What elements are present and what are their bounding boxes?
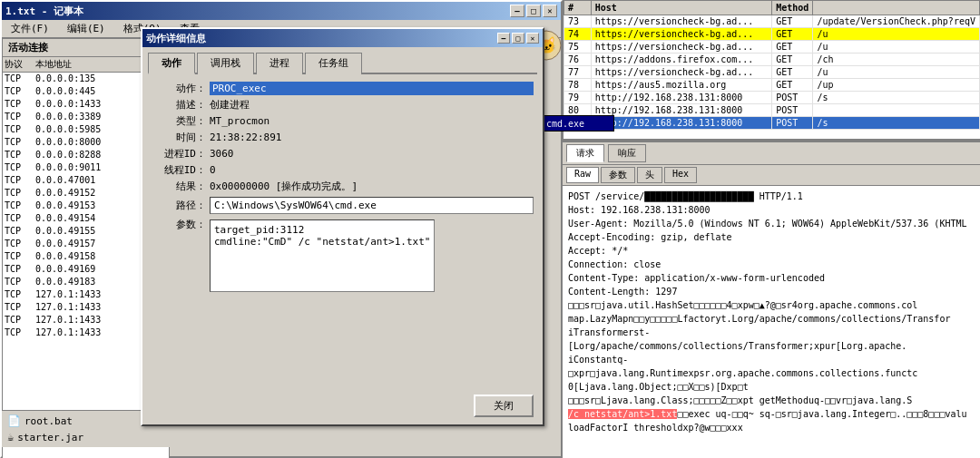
detail-content-line: Accept-Encoding: gzip, deflate <box>568 230 975 244</box>
detail-content-line: Accept: */* <box>568 244 975 258</box>
conn-proto: TCP <box>5 85 32 98</box>
traffic-row-method: POST <box>772 92 813 104</box>
conn-proto: TCP <box>5 200 32 212</box>
traffic-row[interactable]: 76 https://addons.firefox.com... GET /ch <box>564 54 980 66</box>
field-type: 类型： MT_procmon <box>152 114 534 128</box>
detail-content-line: iTransformerst-[Lorg/apache/commons/coll… <box>568 326 975 353</box>
traffic-row-num: 77 <box>564 66 592 79</box>
conn-proto: TCP <box>5 187 32 200</box>
detail-content-line: map.LazyMapn□□y□□□□□Lfactoryt.Lorg/apach… <box>568 312 975 326</box>
traffic-row-host: https://addons.firefox.com... <box>591 54 772 66</box>
highlight-netstat: /c netstat/ant>1.txt <box>568 409 677 419</box>
traffic-row[interactable]: 75 https://versioncheck-bg.ad... GET /u <box>564 41 980 54</box>
field-pid: 进程ID： 3060 <box>152 147 534 161</box>
file-name-1: root.bat <box>24 415 73 427</box>
traffic-row-method: POST <box>772 104 813 117</box>
traffic-row[interactable]: 77 https://versioncheck-bg.ad... GET /u <box>564 66 980 79</box>
traffic-row-method: GET <box>772 15 813 28</box>
traffic-row[interactable]: 81 http://192.168.238.131:8000 POST /s <box>564 117 980 130</box>
traffic-row-method: POST <box>772 117 813 130</box>
detail-tab-response[interactable]: 响应 <box>608 144 646 162</box>
conn-proto: TCP <box>5 288 32 301</box>
traffic-row-num: 73 <box>564 15 592 28</box>
detail-content-line: □□□sr□Ljava.lang.Class;□□□□□Z□□xpt getMe… <box>568 394 975 407</box>
notepad-close-btn[interactable]: ✕ <box>543 5 557 17</box>
path-label: 路径： <box>152 199 206 212</box>
tab-process[interactable]: 进程 <box>256 53 303 74</box>
traffic-row[interactable]: 73 https://versioncheck-bg.ad... GET /up… <box>564 15 980 28</box>
field-tid: 线程ID： 0 <box>152 163 534 177</box>
conn-proto: TCP <box>5 276 32 288</box>
subtab-headers[interactable]: 头 <box>637 167 662 183</box>
traffic-row-path: /u <box>813 66 980 79</box>
tab-action[interactable]: 动作 <box>148 53 195 74</box>
params-line-2: cmdline:"CmD" /c "netstat/ant>1.txt" <box>214 236 430 248</box>
col-protocol: 协议 <box>5 58 32 71</box>
traffic-row-path: /up <box>813 79 980 92</box>
time-value: 21:38:22:891 <box>210 132 534 143</box>
tab-taskgroup[interactable]: 任务组 <box>305 53 362 74</box>
traffic-row-path: /u <box>813 28 980 41</box>
subtab-raw[interactable]: Raw <box>566 167 599 183</box>
traffic-row-host: http://192.168.238.131:8000 <box>591 117 772 130</box>
traffic-row[interactable]: 78 https://aus5.mozilla.org GET /up <box>564 79 980 92</box>
traffic-row-num: 74 <box>564 28 592 41</box>
params-value: target_pid:3112 cmdline:"CmD" /c "netsta… <box>210 219 435 292</box>
traffic-row-method: GET <box>772 54 813 66</box>
traffic-table-container: # Host Method 73 https://versioncheck-bg… <box>564 0 980 141</box>
traffic-row-num: 75 <box>564 41 592 54</box>
result-label: 结果： <box>152 180 206 193</box>
menu-file[interactable]: 文件(F) <box>5 20 54 37</box>
conn-proto: TCP <box>5 174 32 187</box>
notepad-minimize-btn[interactable]: — <box>510 5 524 17</box>
detail-content-line: Content-Type: application/x-www-form-url… <box>568 271 975 285</box>
tab-callstack[interactable]: 调用栈 <box>197 53 254 74</box>
detail-content-line: iConstantq-□xpr□java.lang.Runtimexpsr.or… <box>568 353 975 380</box>
traffic-row[interactable]: 74 https://versioncheck-bg.ad... GET /u <box>564 28 980 41</box>
traffic-row[interactable]: 80 http://192.168.238.131:8000 POST <box>564 104 980 117</box>
notepad-maximize-btn[interactable]: □ <box>526 5 541 17</box>
traffic-row-method: GET <box>772 28 813 41</box>
conn-proto: TCP <box>5 161 32 174</box>
file-name-2: starter.jar <box>17 432 83 443</box>
menu-edit[interactable]: 编辑(E) <box>62 20 111 37</box>
dialog-content: 动作： PROC_exec 描述： 创建进程 类型： MT_procmon 时间… <box>142 74 543 302</box>
traffic-row-path: /ch <box>813 54 980 66</box>
desc-value: 创建进程 <box>210 98 534 112</box>
dialog-titlebar: 动作详细信息 — □ ✕ <box>142 29 543 47</box>
subtab-params[interactable]: 参数 <box>601 167 635 183</box>
notepad-titlebar: 1.txt - 记事本 — □ ✕ <box>2 2 561 20</box>
col-path <box>813 1 980 15</box>
detail-content: POST /service/████████████████████ HTTP/… <box>563 186 980 456</box>
dialog-tabs: 动作 调用栈 进程 任务组 <box>148 53 537 74</box>
field-params: 参数： target_pid:3112 cmdline:"CmD" /c "ne… <box>152 218 534 292</box>
dialog-min-btn[interactable]: — <box>497 33 510 44</box>
dialog-title-buttons: — □ ✕ <box>497 33 539 44</box>
detail-tabs-row: 请求 响应 <box>563 142 980 165</box>
action-detail-dialog: 动作详细信息 — □ ✕ 动作 调用栈 进程 任务组 动作： PROC_exec… <box>141 27 544 426</box>
traffic-row-num: 76 <box>564 54 592 66</box>
dialog-max-btn[interactable]: □ <box>512 33 524 44</box>
dialog-close-icon[interactable]: ✕ <box>526 33 539 44</box>
field-desc: 描述： 创建进程 <box>152 98 534 112</box>
field-path: 路径： C:\Windows\SysWOW64\cmd.exe <box>152 197 534 214</box>
notepad-titlebar-buttons: — □ ✕ <box>510 5 557 17</box>
field-result: 结果： 0x00000000 [操作成功完成。] <box>152 180 534 193</box>
conn-proto: TCP <box>5 111 32 123</box>
conn-proto: TCP <box>5 212 32 225</box>
field-time: 时间： 21:38:22:891 <box>152 131 534 144</box>
footer-file-2[interactable]: ☕ starter.jar <box>5 429 166 445</box>
subtab-hex[interactable]: Hex <box>664 167 697 183</box>
traffic-row-method: GET <box>772 79 813 92</box>
conn-proto: TCP <box>5 149 32 161</box>
detail-content-line: /c netstat/ant>1.txt□□exec uq-□□q~ sq-□s… <box>568 407 975 421</box>
result-value: 0x00000000 [操作成功完成。] <box>210 180 534 193</box>
subtabs-row: Raw 参数 头 Hex <box>563 165 980 186</box>
traffic-panel: # Host Method 73 https://versioncheck-bg… <box>563 0 980 458</box>
detail-tab-request[interactable]: 请求 <box>566 144 604 162</box>
dialog-close-button[interactable]: 关闭 <box>474 395 534 417</box>
traffic-row-host: https://versioncheck-bg.ad... <box>591 66 772 79</box>
traffic-row-method: GET <box>772 41 813 54</box>
file-icon-1: 📄 <box>7 414 21 427</box>
traffic-row[interactable]: 79 http://192.168.238.131:8000 POST /s <box>564 92 980 104</box>
